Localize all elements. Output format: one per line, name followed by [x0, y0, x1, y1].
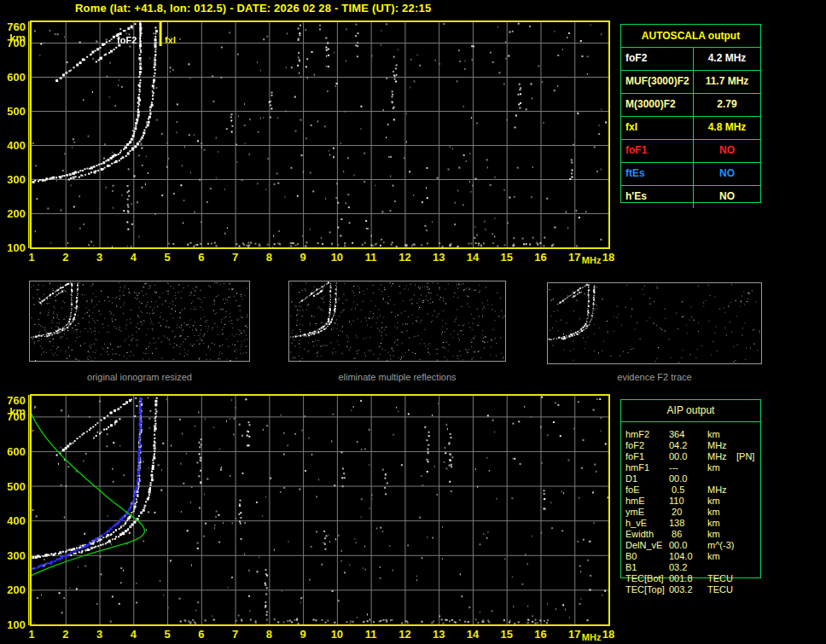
aip-label: B1	[625, 562, 637, 573]
aip-value: 00.0	[669, 451, 687, 462]
aip-value: 110	[669, 496, 684, 507]
aip-label: hmF1	[625, 462, 649, 473]
autoscala-row-ftes: ftEsNO	[621, 162, 760, 185]
thumbnail-eliminate-reflections	[288, 281, 506, 362]
aip-unit: km	[707, 518, 720, 529]
y-axis-tick-label: 500	[0, 106, 26, 117]
aip-label: B0	[625, 551, 637, 562]
x-axis-tick-label: 15	[497, 252, 517, 263]
x-axis-tick-label: 10	[327, 252, 347, 263]
aip-value: 0.5	[669, 484, 684, 496]
aip-value: 364	[669, 429, 684, 440]
y-axis-tick-label: 600	[0, 446, 26, 457]
x-axis-tick-label: 5	[157, 629, 177, 640]
aip-row-b0: B0104.0km	[621, 551, 760, 562]
aip-value: ---	[669, 462, 678, 473]
x-axis-tick-label: 15	[497, 629, 517, 640]
aip-label: h_vE	[625, 518, 647, 529]
parameter-label: fxI	[621, 117, 693, 139]
aip-row-deln-ve: DelN_vE00.0m^(-3)	[621, 540, 760, 551]
thumbnail-caption-evidence: evidence F2 trace	[547, 372, 762, 382]
aip-output-table: AIP output hmF2364kmfoF204.2MHzfoF100.0M…	[620, 399, 761, 578]
parameter-value: NO	[693, 186, 760, 208]
autoscala-row-fof1: foF1NO	[621, 139, 760, 162]
aip-unit: MHz	[707, 484, 727, 496]
aip-row-fof1: foF100.0MHz[PN]	[621, 451, 760, 462]
parameter-label: MUF(3000)F2	[621, 71, 693, 93]
aip-row-ewidth: Ewidth 86km	[621, 529, 760, 540]
aip-row-fof2: foF204.2MHz	[621, 440, 760, 451]
x-axis-tick-label: 1	[21, 629, 42, 640]
autoscala-row-muf-3000-f2: MUF(3000)F211.7 MHz	[621, 70, 760, 93]
aip-value: 03.2	[669, 562, 687, 573]
bottom-ionogram-plot	[28, 394, 612, 626]
aip-unit: km	[707, 429, 720, 440]
x-axis-tick-label: 6	[191, 252, 212, 263]
aip-unit: TECU	[707, 573, 733, 584]
x-axis-tick-label: 4	[123, 252, 143, 263]
aip-row-tec-bot-: TEC[Bot]001.8TECU	[621, 573, 760, 584]
x-axis-tick-label: 6	[191, 629, 212, 640]
top-ionogram-plot	[28, 20, 612, 249]
aip-label: Ewidth	[625, 529, 654, 540]
y-axis-tick-label: 600	[0, 72, 26, 83]
autoscala-screen: Rome (lat: +41.8, lon: 012.5) - DATE: 20…	[0, 0, 826, 644]
x-axis-tick-label: 7	[225, 629, 246, 640]
aip-unit: TECU	[707, 584, 733, 595]
autoscala-table-header: AUTOSCALA output	[621, 25, 760, 47]
parameter-value: 2.79	[693, 94, 760, 116]
aip-label: hmF2	[625, 429, 649, 440]
parameter-label: foF2	[621, 48, 693, 70]
x-axis-tick-label: 8	[259, 629, 279, 640]
x-axis-tick-label: 7	[225, 252, 246, 263]
aip-label: DelN_vE	[625, 540, 662, 551]
aip-unit: MHz	[707, 451, 727, 462]
aip-value: 104.0	[669, 551, 693, 562]
aip-row-foe: foE 0.5MHz	[621, 484, 760, 496]
x-axis-tick-label: 13	[428, 629, 449, 640]
y-axis-tick-label: 300	[0, 550, 26, 561]
autoscala-row-m-3000-f2: M(3000)F22.79	[621, 93, 760, 116]
y-axis-tick-label: 400	[0, 140, 26, 151]
autoscala-row-fof2: foF24.2 MHz	[621, 47, 760, 70]
aip-label: D1	[625, 473, 637, 484]
aip-value: 04.2	[669, 440, 687, 451]
x-axis-tick-label: 16	[530, 252, 550, 263]
x-axis-tick-label: 11	[361, 629, 381, 640]
x-axis-tick-label: 12	[394, 252, 415, 263]
aip-unit: km	[707, 507, 720, 518]
aip-note: [PN]	[736, 451, 754, 462]
x-axis-tick-label: 3	[90, 252, 110, 263]
page-title: Rome (lat: +41.8, lon: 012.5) - DATE: 20…	[75, 2, 431, 15]
parameter-value: 11.7 MHz	[693, 71, 760, 93]
aip-row-tec-top-: TEC[Top]003.2TECU	[621, 584, 760, 595]
y-axis-tick-label: 200	[0, 584, 26, 595]
aip-label: TEC[Top]	[625, 584, 665, 595]
parameter-value: 4.8 MHz	[693, 117, 760, 139]
x-axis-tick-label: 10	[327, 629, 347, 640]
y-axis-tick-label: 200	[0, 208, 26, 219]
thumbnail-evidence-f2-trace	[547, 282, 762, 364]
aip-value: 003.2	[669, 584, 693, 595]
aip-label: foE	[625, 484, 640, 496]
x-axis-tick-label: 1	[21, 252, 42, 263]
x-axis-tick-label: 8	[259, 252, 279, 263]
aip-label: TEC[Bot]	[625, 573, 664, 584]
x-axis-tick-label: 14	[462, 629, 483, 640]
aip-row-hmf1: hmF1---km	[621, 462, 760, 473]
x-axis-tick-label: 9	[293, 629, 313, 640]
aip-unit: km	[707, 529, 720, 540]
parameter-value: NO	[693, 163, 760, 185]
x-axis-tick-label: 14	[462, 252, 483, 263]
aip-row-hmf2: hmF2364km	[621, 429, 760, 440]
x-axis-tick-label: 3	[90, 629, 110, 640]
x-axis-unit-label: MHz	[579, 633, 603, 642]
thumbnail-caption-eliminate: eliminate multiple reflections	[288, 372, 506, 382]
aip-row-yme: ymE 20km	[621, 507, 760, 518]
aip-unit: MHz	[707, 440, 727, 451]
x-axis-unit-label: MHz	[579, 256, 603, 265]
thumbnail-original-ionogram	[29, 281, 250, 362]
aip-row-hme: hmE110km	[621, 496, 760, 507]
aip-value: 00.0	[669, 540, 687, 551]
autoscala-row-h-es: h'EsNO	[621, 185, 760, 208]
